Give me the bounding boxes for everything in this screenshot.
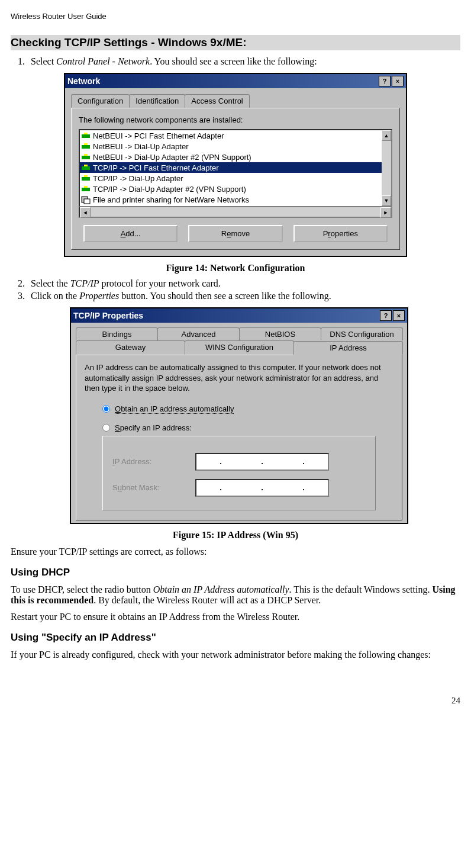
remove-rest: move [231, 229, 250, 238]
subnet-mask-row: Subnet Mask: ... [112, 479, 366, 497]
protocol-icon [81, 184, 91, 194]
list-text: TCP/IP -> Dial-Up Adapter [93, 174, 183, 183]
scroll-up-icon[interactable]: ▲ [382, 130, 391, 141]
components-label: The following network components are ins… [79, 115, 392, 124]
horizontal-scrollbar[interactable]: ◄ ► [79, 207, 392, 218]
list-item[interactable]: TCP/IP -> Dial-Up Adapter #2 (VPN Suppor… [80, 184, 382, 194]
remove-button[interactable]: Remove [188, 225, 282, 242]
step2-em: TCP/IP [70, 278, 99, 288]
tab-gateway[interactable]: Gateway [76, 340, 185, 355]
radio-auto-input[interactable] [102, 405, 110, 413]
figure-14-caption: Figure 14: Network Configuration [11, 263, 460, 274]
list-text: NetBEUI -> Dial-Up Adapter [93, 142, 188, 151]
radio-obtain-auto[interactable]: Obtain an IP address automatically [102, 404, 393, 414]
help-icon[interactable]: ? [379, 76, 391, 86]
using-dhcp-heading: Using DHCP [11, 567, 460, 578]
tab-wins[interactable]: WINS Configuration [185, 340, 294, 355]
dhcp-pre: To use DHCP, select the radio button [11, 584, 153, 594]
properties-button[interactable]: Properties [293, 225, 388, 242]
step-2: Select the TCP/IP protocol for your netw… [27, 278, 460, 289]
tab-configuration[interactable]: Configuration [71, 94, 130, 108]
ensure-text: Ensure your TCP/IP settings are correct,… [11, 546, 460, 557]
list-item[interactable]: File and printer sharing for NetWare Net… [80, 194, 382, 205]
radio-specify-label: Specify an IP address: [115, 423, 192, 432]
components-listbox[interactable]: NetBEUI -> PCI Fast Ethernet Adapter Net… [79, 129, 392, 207]
scroll-left-icon[interactable]: ◄ [80, 207, 91, 218]
add-button[interactable]: Add... [83, 225, 178, 242]
svg-rect-1 [84, 133, 88, 134]
svg-rect-11 [84, 186, 88, 188]
specify-heading: Using "Specify an IP Address" [11, 632, 460, 644]
protocol-icon [81, 142, 91, 151]
svg-rect-6 [82, 166, 90, 170]
list-item[interactable]: TCP/IP -> Dial-Up Adapter [80, 173, 382, 184]
ip-fieldset: IP Address: ... Subnet Mask: ... [102, 436, 376, 510]
tcpip-title: TCP/IP Properties [73, 311, 143, 320]
network-body: Configuration Identification Access Cont… [65, 88, 406, 256]
subnet-mask-field[interactable]: ... [195, 479, 329, 497]
subnet-mask-label: Subnet Mask: [112, 483, 183, 492]
list-item[interactable]: NetBEUI -> PCI Fast Ethernet Adapter [80, 130, 382, 141]
help-icon[interactable]: ? [380, 310, 392, 321]
tab-advanced[interactable]: Advanced [157, 327, 240, 340]
network-dialog: Network ? × Configuration Identification… [64, 73, 407, 257]
network-titlebar: Network ? × [65, 74, 406, 88]
close-icon[interactable]: × [393, 310, 405, 321]
list-text: NetBEUI -> Dial-Up Adapter #2 (VPN Suppo… [93, 153, 251, 162]
list-item[interactable]: NetBEUI -> Dial-Up Adapter #2 (VPN Suppo… [80, 152, 382, 162]
protocol-icon [81, 152, 91, 162]
props-rest: operties [331, 229, 358, 238]
scroll-down-icon[interactable]: ▼ [382, 195, 391, 206]
ip-address-label: IP Address: [112, 457, 183, 466]
tab-netbios[interactable]: NetBIOS [239, 327, 321, 340]
tcpip-tabs: Bindings Advanced NetBIOS DNS Configurat… [76, 327, 402, 355]
network-tabs: Configuration Identification Access Cont… [71, 94, 400, 108]
scroll-track [91, 207, 380, 217]
titlebar-buttons: ? × [379, 76, 404, 86]
ip-description: An IP address can be automatically assig… [85, 362, 393, 394]
radio-auto-label: Obtain an IP address automatically [115, 404, 234, 414]
radio-specify[interactable]: Specify an IP address: [102, 423, 393, 432]
ip-address-field[interactable]: ... [195, 453, 329, 471]
step3-post: button. You should then see a screen lik… [119, 291, 331, 301]
radio-specify-input[interactable] [102, 424, 110, 432]
tab-bindings[interactable]: Bindings [76, 327, 158, 340]
page-number: 24 [11, 696, 460, 706]
dhcp-restart: Restart your PC to ensure it obtains an … [11, 612, 460, 622]
service-icon [81, 195, 91, 204]
dhcp-mid: . This is the default Windows setting. [289, 584, 433, 594]
add-rest: dd... [125, 229, 140, 238]
vertical-scrollbar[interactable]: ▲ ▼ [382, 130, 391, 206]
specify-paragraph: If your PC is already configured, check … [11, 650, 460, 660]
tab-identification[interactable]: Identification [129, 94, 185, 108]
scroll-right-icon[interactable]: ► [380, 207, 391, 218]
list-text: NetBEUI -> PCI Fast Ethernet Adapter [93, 131, 224, 140]
step1-post: . You should see a screen like the follo… [150, 56, 317, 66]
figure-15-caption: Figure 15: IP Address (Win 95) [11, 530, 460, 541]
tab-dns[interactable]: DNS Configuration [321, 327, 403, 340]
svg-rect-3 [84, 143, 88, 145]
network-tab-content: The following network components are ins… [71, 108, 400, 250]
svg-rect-7 [84, 165, 88, 166]
step3-em: Properties [79, 291, 119, 301]
list-text: File and printer sharing for NetWare Net… [93, 195, 249, 204]
tcpip-titlebar: TCP/IP Properties ? × [71, 308, 407, 323]
tcpip-content: An IP address can be automatically assig… [76, 355, 402, 520]
svg-rect-9 [84, 175, 88, 177]
tab-access-control[interactable]: Access Control [185, 94, 249, 108]
step1-em: Control Panel - Network [56, 56, 150, 66]
protocol-icon [81, 173, 91, 183]
step2-post: protocol for your network card. [99, 278, 221, 288]
list-item[interactable]: NetBEUI -> Dial-Up Adapter [80, 141, 382, 152]
svg-rect-4 [82, 156, 90, 159]
step3-pre: Click on the [31, 291, 79, 301]
tcpip-body: Bindings Advanced NetBIOS DNS Configurat… [71, 323, 407, 523]
tab-ip-address[interactable]: IP Address [293, 341, 403, 355]
close-icon[interactable]: × [392, 76, 404, 86]
tcpip-dialog: TCP/IP Properties ? × Bindings Advanced … [70, 307, 408, 524]
step-3: Click on the Properties button. You shou… [27, 291, 460, 301]
list-item-selected[interactable]: TCP/IP -> PCI Fast Ethernet Adapter [80, 162, 382, 173]
dhcp-em: Obtain an IP Address automatically [153, 584, 289, 594]
list-items: NetBEUI -> PCI Fast Ethernet Adapter Net… [80, 130, 382, 206]
svg-rect-10 [82, 188, 90, 191]
